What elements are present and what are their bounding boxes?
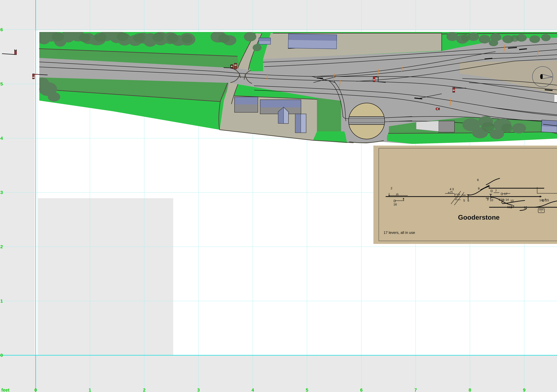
svg-text:2: 2	[391, 187, 392, 190]
svg-text:8: 8	[469, 387, 471, 392]
svg-text:9: 9	[523, 387, 526, 392]
svg-text:8: 8	[478, 187, 480, 190]
svg-text:5: 5	[306, 387, 308, 392]
svg-text:0: 0	[0, 353, 3, 358]
svg-text:5: 5	[0, 82, 3, 87]
svg-text:16: 16	[393, 203, 397, 206]
svg-text:Gooderstone: Gooderstone	[458, 214, 500, 221]
svg-text:1: 1	[454, 194, 456, 197]
svg-text:10: 10	[490, 198, 493, 202]
svg-text:4: 4	[450, 188, 451, 191]
svg-text:15: 15	[546, 199, 549, 202]
svg-text:11: 11	[507, 205, 510, 209]
svg-text:2: 2	[143, 387, 146, 392]
svg-text:9: 9	[487, 198, 489, 201]
svg-text:6: 6	[477, 178, 479, 182]
svg-text:6: 6	[467, 199, 469, 202]
svg-text:3: 3	[452, 188, 454, 191]
svg-text:13: 13	[499, 198, 502, 201]
svg-text:12: 12	[524, 206, 527, 209]
svg-text:10: 10	[510, 199, 514, 203]
svg-text:feet: feet	[1, 387, 9, 392]
svg-text:7: 7	[414, 387, 417, 392]
svg-text:4: 4	[252, 387, 254, 392]
svg-text:6: 6	[360, 387, 363, 392]
svg-text:5: 5	[463, 199, 465, 202]
svg-text:3: 3	[197, 387, 200, 392]
svg-text:1: 1	[89, 387, 91, 392]
svg-text:6: 6	[0, 27, 3, 32]
svg-text:14: 14	[539, 199, 543, 202]
svg-text:1: 1	[0, 298, 3, 303]
svg-text:2: 2	[0, 244, 3, 249]
svg-text:17: 17	[504, 192, 508, 196]
svg-text:14: 14	[505, 198, 509, 201]
svg-text:4: 4	[0, 136, 3, 141]
svg-text:3: 3	[0, 190, 3, 195]
svg-text:17 levers, all in use: 17 levers, all in use	[384, 230, 415, 235]
svg-text:0: 0	[34, 387, 37, 392]
svg-text:6: 6	[488, 185, 490, 188]
svg-text:7: 7	[495, 189, 497, 192]
